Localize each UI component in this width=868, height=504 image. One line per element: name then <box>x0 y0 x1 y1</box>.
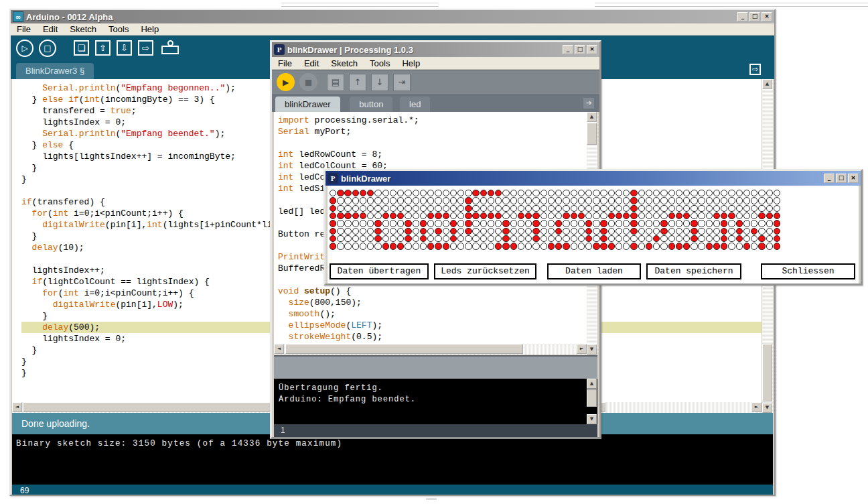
led[interactable] <box>638 197 645 204</box>
led[interactable] <box>646 190 652 196</box>
led[interactable] <box>646 205 652 212</box>
led[interactable] <box>616 197 622 204</box>
led[interactable] <box>563 235 569 242</box>
led[interactable] <box>698 235 705 242</box>
led[interactable] <box>600 190 607 196</box>
led[interactable] <box>344 190 351 196</box>
led[interactable] <box>450 190 457 196</box>
led[interactable] <box>706 205 713 212</box>
led[interactable] <box>585 212 592 219</box>
led[interactable] <box>495 220 502 227</box>
led[interactable] <box>774 220 780 227</box>
led[interactable] <box>443 235 449 242</box>
upload-button[interactable]: ⇨ <box>138 40 153 56</box>
led[interactable] <box>555 205 562 212</box>
led[interactable] <box>608 190 615 196</box>
led[interactable] <box>616 228 622 235</box>
led[interactable] <box>435 197 441 204</box>
led[interactable] <box>344 220 351 227</box>
led[interactable] <box>360 235 366 242</box>
led[interactable] <box>571 243 577 249</box>
led[interactable] <box>540 243 547 249</box>
led[interactable] <box>751 197 757 204</box>
led[interactable] <box>668 243 675 249</box>
led[interactable] <box>337 205 344 212</box>
led[interactable] <box>758 235 765 242</box>
led[interactable] <box>616 205 622 212</box>
led[interactable] <box>450 235 457 242</box>
led[interactable] <box>344 212 351 219</box>
led[interactable] <box>585 190 592 196</box>
led[interactable] <box>571 197 577 204</box>
led[interactable] <box>352 212 359 219</box>
led[interactable] <box>638 243 645 249</box>
led[interactable] <box>465 235 472 242</box>
led[interactable] <box>540 197 547 204</box>
led[interactable] <box>540 228 547 235</box>
led[interactable] <box>653 220 660 227</box>
led[interactable] <box>571 220 577 227</box>
led[interactable] <box>405 212 411 219</box>
led[interactable] <box>751 212 757 219</box>
led[interactable] <box>480 228 487 235</box>
processing-console-scrollbar[interactable]: ▲ ▼ <box>587 379 597 424</box>
led[interactable] <box>706 228 713 235</box>
led[interactable] <box>510 228 517 235</box>
led[interactable] <box>518 190 524 196</box>
led[interactable] <box>766 235 773 242</box>
led[interactable] <box>360 205 366 212</box>
led[interactable] <box>495 228 502 235</box>
led[interactable] <box>571 190 577 196</box>
led[interactable] <box>646 197 652 204</box>
led[interactable] <box>593 220 599 227</box>
led[interactable] <box>443 228 449 235</box>
led[interactable] <box>502 235 509 242</box>
led[interactable] <box>751 243 757 249</box>
led[interactable] <box>766 228 773 235</box>
led[interactable] <box>510 220 517 227</box>
led[interactable] <box>337 190 344 196</box>
led[interactable] <box>360 243 366 249</box>
led[interactable] <box>435 220 441 227</box>
led[interactable] <box>518 197 524 204</box>
led[interactable] <box>502 243 509 249</box>
led[interactable] <box>676 190 682 196</box>
led[interactable] <box>668 197 675 204</box>
led[interactable] <box>774 190 780 196</box>
led[interactable] <box>555 235 562 242</box>
led[interactable] <box>638 220 645 227</box>
scroll-right-icon[interactable]: ► <box>751 402 762 412</box>
led[interactable] <box>578 197 585 204</box>
led[interactable] <box>330 190 336 196</box>
led[interactable] <box>593 190 599 196</box>
led[interactable] <box>585 220 592 227</box>
led[interactable] <box>563 212 569 219</box>
led[interactable] <box>713 190 720 196</box>
led[interactable] <box>510 212 517 219</box>
led[interactable] <box>713 228 720 235</box>
led[interactable] <box>713 212 720 219</box>
led[interactable] <box>698 205 705 212</box>
led[interactable] <box>653 205 660 212</box>
led[interactable] <box>721 212 727 219</box>
led[interactable] <box>540 212 547 219</box>
led[interactable] <box>330 205 336 212</box>
led[interactable] <box>548 197 555 204</box>
led[interactable] <box>766 243 773 249</box>
led[interactable] <box>397 205 404 212</box>
led[interactable] <box>360 220 366 227</box>
menu-item-tools[interactable]: Tools <box>364 57 396 70</box>
led[interactable] <box>623 197 630 204</box>
open-button[interactable]: ⇧ <box>95 40 111 56</box>
led[interactable] <box>608 197 615 204</box>
led[interactable] <box>360 190 366 196</box>
led[interactable] <box>698 197 705 204</box>
led[interactable] <box>630 212 637 219</box>
led[interactable] <box>472 243 479 249</box>
led[interactable] <box>660 205 667 212</box>
led[interactable] <box>563 205 569 212</box>
led[interactable] <box>374 220 381 227</box>
led[interactable] <box>510 205 517 212</box>
led[interactable] <box>548 220 555 227</box>
led[interactable] <box>630 243 637 249</box>
